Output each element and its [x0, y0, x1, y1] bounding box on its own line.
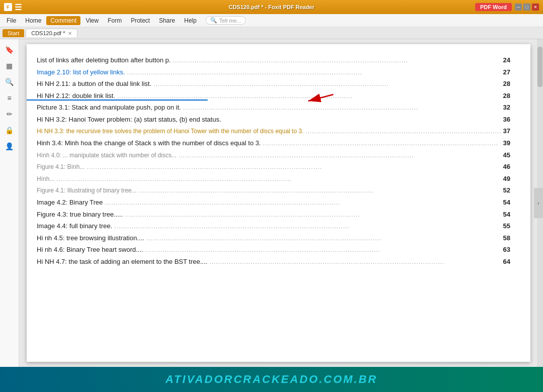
- tab-close-button[interactable]: ✕: [68, 31, 72, 36]
- close-button[interactable]: ✕: [532, 4, 539, 11]
- search-sidebar-icon[interactable]: 🔍: [3, 75, 16, 88]
- blue-underline-annotation: [27, 100, 208, 101]
- minimize-button[interactable]: ─: [515, 4, 522, 11]
- table-row: Hình 4.0: ... manipulate stack with numb…: [37, 149, 510, 161]
- svg-line-1: [308, 94, 333, 101]
- table-row: Figure 4.3: true binary tree..... ......…: [37, 209, 510, 221]
- maximize-button[interactable]: □: [523, 4, 530, 11]
- title-text: CDS120.pdf * - Foxit PDF Reader: [229, 4, 315, 10]
- menu-form[interactable]: Form: [104, 16, 126, 25]
- tab-document[interactable]: CDS120.pdf * ✕: [26, 29, 77, 37]
- table-row: Hình... ................................…: [37, 173, 510, 185]
- menu-file[interactable]: File: [3, 16, 20, 25]
- menu-view[interactable]: View: [81, 16, 103, 25]
- app-window: F ☰ CDS120.pdf * - Foxit PDF Reader PDF …: [0, 0, 543, 367]
- table-row: Figure 4.1: Bình... ....................…: [37, 161, 510, 173]
- app-icon: F: [4, 3, 12, 11]
- table-row: Hi nh 4.6: Binary Tree heart sword.... .…: [37, 244, 510, 256]
- page-nav-right[interactable]: ›: [534, 188, 543, 218]
- table-row: Hi NH 4.7: the task of adding an element…: [37, 256, 510, 268]
- bottom-bar: ativadorcrackeado.com.br: [0, 367, 543, 392]
- scrollbar-thumb[interactable]: [537, 47, 542, 87]
- menu-bar: File Home Comment View Form Protect Shar…: [0, 14, 543, 27]
- watermark-text: ativadorcrackeado.com.br: [165, 373, 378, 386]
- annotation-icon[interactable]: ✏: [3, 108, 16, 121]
- table-row: Image 4.4: full binary tree. ...........…: [37, 220, 510, 232]
- pdf-word-button[interactable]: PDF Word: [475, 3, 512, 11]
- table-row: Image 4.2: Binary Tree .................…: [37, 197, 510, 209]
- menu-search-box[interactable]: 🔍 Tell me...: [206, 16, 246, 25]
- table-row: Hi NH 3.2: Hanoi Tower problem: (a) star…: [37, 114, 510, 125]
- user-icon[interactable]: 👤: [3, 140, 16, 153]
- table-row: List of links after deleting button afte…: [37, 54, 510, 66]
- table-row: Figure 4.1: Illustrating of binary tree.…: [37, 184, 510, 197]
- table-row: Hi NH 2.11: a button of the dual link li…: [37, 78, 510, 90]
- search-placeholder: Tell me...: [219, 18, 241, 24]
- tab-start[interactable]: Start: [3, 29, 24, 37]
- table-row: Hi NH 3.3: the recursive tree solves the…: [37, 125, 510, 137]
- title-bar: F ☰ CDS120.pdf * - Foxit PDF Reader PDF …: [0, 0, 543, 14]
- menu-help[interactable]: Help: [180, 16, 201, 25]
- left-sidebar: 🔖 ▦ 🔍 ≡ ✏ 🔒 👤: [0, 39, 19, 367]
- menu-icon: ☰: [14, 3, 22, 11]
- lock-icon[interactable]: 🔒: [3, 124, 16, 137]
- menu-protect[interactable]: Protect: [127, 16, 154, 25]
- main-area: 🔖 ▦ 🔍 ≡ ✏ 🔒 👤 › List of links after dele…: [0, 39, 543, 367]
- title-bar-left: F ☰: [4, 3, 22, 11]
- document-area: › List of links after deleting button af…: [19, 39, 543, 367]
- layers-icon[interactable]: ≡: [3, 91, 16, 105]
- tab-bar: Start CDS120.pdf * ✕: [0, 27, 543, 39]
- search-icon: 🔍: [210, 17, 217, 24]
- thumbnail-icon[interactable]: ▦: [3, 59, 16, 72]
- table-row: Image 2.10: list of yellow links. ......…: [37, 66, 510, 78]
- bookmark-icon[interactable]: 🔖: [3, 43, 16, 56]
- table-row: Picture 3.1: Stack and manipulate push, …: [37, 102, 510, 114]
- menu-comment[interactable]: Comment: [46, 16, 80, 25]
- window-controls: ─ □ ✕: [515, 4, 539, 11]
- red-arrow-annotation: [303, 92, 338, 104]
- table-row: Hi nh 4.5: tree browsing illustration...…: [37, 232, 510, 244]
- pdf-page: List of links after deleting button afte…: [27, 44, 530, 362]
- menu-share[interactable]: Share: [155, 16, 179, 25]
- table-row: Hinh 3.4: Minh hoa the change of Stack s…: [37, 137, 510, 149]
- menu-home[interactable]: Home: [21, 16, 45, 25]
